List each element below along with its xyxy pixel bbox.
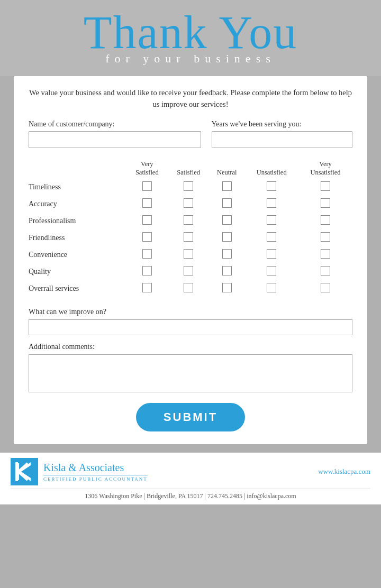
- rating-checkbox[interactable]: [222, 266, 232, 275]
- subtitle: for your business: [11, 52, 370, 66]
- rating-checkbox[interactable]: [222, 198, 232, 208]
- checkbox-cell: [298, 246, 352, 263]
- checkbox-cell: [298, 229, 352, 246]
- logo-area: Kisla & Associates Certified Public Acco…: [11, 458, 148, 485]
- form-card: We value your business and would like to…: [14, 76, 367, 444]
- improve-section: What can we improve on?: [29, 308, 352, 335]
- rating-checkbox[interactable]: [222, 181, 232, 191]
- row-label-friendliness: Friendliness: [29, 229, 126, 246]
- rating-checkbox[interactable]: [142, 215, 152, 225]
- checkbox-cell: [126, 246, 168, 263]
- empty-header: [29, 160, 126, 179]
- checkbox-cell: [244, 196, 298, 213]
- rating-checkbox[interactable]: [184, 249, 193, 259]
- header-very-unsatisfied: VeryUnsatisfied: [298, 160, 352, 179]
- thank-you-title: Thank You: [11, 10, 370, 56]
- row-label-convenience: Convenience: [29, 246, 126, 263]
- rating-checkbox[interactable]: [222, 283, 232, 292]
- rating-checkbox[interactable]: [142, 283, 152, 292]
- rating-checkbox[interactable]: [142, 249, 152, 259]
- table-row: Friendliness: [29, 229, 352, 246]
- rating-checkbox[interactable]: [184, 215, 193, 225]
- rating-checkbox[interactable]: [321, 181, 330, 191]
- checkbox-cell: [126, 179, 168, 196]
- rating-section: VerySatisfied Satisfied Neutral Unsatisf…: [29, 160, 352, 298]
- rating-checkbox[interactable]: [267, 266, 276, 275]
- table-row: Overrall services: [29, 280, 352, 297]
- header-very-satisfied: VerySatisfied: [126, 160, 168, 179]
- checkbox-cell: [298, 280, 352, 297]
- checkbox-cell: [126, 196, 168, 213]
- years-input[interactable]: [212, 131, 352, 148]
- checkbox-cell: [209, 229, 244, 246]
- checkbox-cell: [244, 229, 298, 246]
- rating-checkbox[interactable]: [222, 249, 232, 259]
- rating-checkbox[interactable]: [222, 232, 232, 242]
- rating-checkbox[interactable]: [267, 232, 276, 242]
- row-label-timeliness: Timeliness: [29, 179, 126, 196]
- checkbox-cell: [244, 246, 298, 263]
- customer-label: Name of customer/company:: [29, 120, 201, 128]
- checkbox-cell: [298, 179, 352, 196]
- table-row: Quality: [29, 263, 352, 280]
- rating-checkbox[interactable]: [184, 266, 193, 275]
- checkbox-cell: [244, 280, 298, 297]
- rating-checkbox[interactable]: [321, 266, 330, 275]
- footer: Kisla & Associates Certified Public Acco…: [0, 453, 381, 504]
- header-neutral: Neutral: [209, 160, 244, 179]
- improve-label: What can we improve on?: [29, 308, 352, 316]
- years-field-group: Years we've been serving you:: [212, 120, 352, 148]
- comments-input[interactable]: [29, 354, 352, 392]
- rating-checkbox[interactable]: [142, 232, 152, 242]
- customer-input[interactable]: [29, 131, 201, 148]
- footer-address: 1306 Washington Pike | Bridgeville, PA 1…: [11, 489, 370, 500]
- rating-checkbox[interactable]: [267, 198, 276, 208]
- comments-section: Additional comments:: [29, 343, 352, 392]
- improve-input[interactable]: [29, 319, 352, 335]
- submit-area: SUBMIT: [29, 403, 352, 431]
- submit-button[interactable]: SUBMIT: [136, 403, 245, 431]
- rating-checkbox[interactable]: [142, 266, 152, 275]
- intro-text: We value your business and would like to…: [29, 87, 352, 111]
- table-row: Convenience: [29, 246, 352, 263]
- checkbox-cell: [168, 196, 209, 213]
- checkbox-cell: [168, 263, 209, 280]
- table-row: Timeliness: [29, 179, 352, 196]
- rating-checkbox[interactable]: [321, 283, 330, 292]
- rating-checkbox[interactable]: [267, 215, 276, 225]
- checkbox-cell: [209, 280, 244, 297]
- customer-field-group: Name of customer/company:: [29, 120, 201, 148]
- rating-checkbox[interactable]: [142, 181, 152, 191]
- rating-checkbox[interactable]: [142, 198, 152, 208]
- rating-checkbox[interactable]: [184, 198, 193, 208]
- rating-checkbox[interactable]: [321, 249, 330, 259]
- rating-checkbox[interactable]: [222, 215, 232, 225]
- checkbox-cell: [126, 280, 168, 297]
- rating-checkbox[interactable]: [321, 198, 330, 208]
- checkbox-cell: [126, 263, 168, 280]
- rating-checkbox[interactable]: [321, 215, 330, 225]
- checkbox-cell: [209, 196, 244, 213]
- checkbox-cell: [209, 213, 244, 229]
- rating-checkbox[interactable]: [184, 232, 193, 242]
- checkbox-cell: [244, 213, 298, 229]
- checkbox-cell: [298, 196, 352, 213]
- svg-rect-5: [15, 462, 18, 481]
- website: www.kislacpa.com: [318, 467, 370, 476]
- rating-checkbox[interactable]: [184, 283, 193, 292]
- checkbox-cell: [244, 179, 298, 196]
- header: Thank You for your business: [0, 0, 381, 76]
- table-row: Professionalism: [29, 213, 352, 229]
- row-label-quality: Quality: [29, 263, 126, 280]
- years-label: Years we've been serving you:: [212, 120, 352, 128]
- row-label-overrall-services: Overrall services: [29, 280, 126, 297]
- rating-checkbox[interactable]: [267, 249, 276, 259]
- rating-checkbox[interactable]: [321, 232, 330, 242]
- company-logo-icon: [11, 458, 38, 485]
- rating-checkbox[interactable]: [267, 283, 276, 292]
- checkbox-cell: [168, 280, 209, 297]
- rating-checkbox[interactable]: [184, 181, 193, 191]
- rating-checkbox[interactable]: [267, 181, 276, 191]
- logo-text-block: Kisla & Associates Certified Public Acco…: [43, 462, 148, 482]
- company-name: Kisla & Associates: [43, 462, 148, 473]
